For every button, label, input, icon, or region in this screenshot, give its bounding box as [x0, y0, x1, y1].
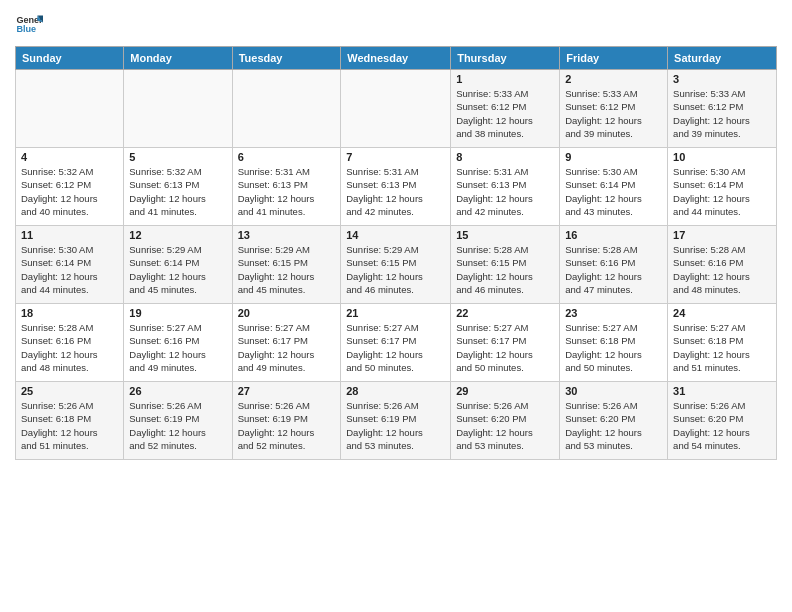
day-info: Sunrise: 5:31 AM Sunset: 6:13 PM Dayligh…: [456, 165, 554, 218]
calendar-day-cell: 2Sunrise: 5:33 AM Sunset: 6:12 PM Daylig…: [560, 70, 668, 148]
calendar-day-cell: 23Sunrise: 5:27 AM Sunset: 6:18 PM Dayli…: [560, 304, 668, 382]
calendar-day-cell: 10Sunrise: 5:30 AM Sunset: 6:14 PM Dayli…: [668, 148, 777, 226]
header: General Blue: [15, 10, 777, 38]
weekday-header-wednesday: Wednesday: [341, 47, 451, 70]
day-number: 5: [129, 151, 226, 163]
weekday-header-thursday: Thursday: [451, 47, 560, 70]
day-number: 21: [346, 307, 445, 319]
generalblue-logo-icon: General Blue: [15, 10, 43, 38]
weekday-header-monday: Monday: [124, 47, 232, 70]
svg-text:Blue: Blue: [16, 24, 36, 34]
day-number: 12: [129, 229, 226, 241]
empty-day-cell: [341, 70, 451, 148]
day-info: Sunrise: 5:30 AM Sunset: 6:14 PM Dayligh…: [673, 165, 771, 218]
day-number: 1: [456, 73, 554, 85]
day-info: Sunrise: 5:26 AM Sunset: 6:19 PM Dayligh…: [238, 399, 336, 452]
calendar-day-cell: 24Sunrise: 5:27 AM Sunset: 6:18 PM Dayli…: [668, 304, 777, 382]
day-number: 4: [21, 151, 118, 163]
calendar-day-cell: 8Sunrise: 5:31 AM Sunset: 6:13 PM Daylig…: [451, 148, 560, 226]
day-info: Sunrise: 5:30 AM Sunset: 6:14 PM Dayligh…: [21, 243, 118, 296]
logo: General Blue: [15, 10, 19, 38]
day-info: Sunrise: 5:26 AM Sunset: 6:18 PM Dayligh…: [21, 399, 118, 452]
day-info: Sunrise: 5:28 AM Sunset: 6:16 PM Dayligh…: [21, 321, 118, 374]
day-number: 7: [346, 151, 445, 163]
day-info: Sunrise: 5:33 AM Sunset: 6:12 PM Dayligh…: [565, 87, 662, 140]
day-number: 26: [129, 385, 226, 397]
calendar-day-cell: 21Sunrise: 5:27 AM Sunset: 6:17 PM Dayli…: [341, 304, 451, 382]
day-info: Sunrise: 5:30 AM Sunset: 6:14 PM Dayligh…: [565, 165, 662, 218]
day-number: 19: [129, 307, 226, 319]
day-number: 20: [238, 307, 336, 319]
day-number: 2: [565, 73, 662, 85]
calendar-day-cell: 25Sunrise: 5:26 AM Sunset: 6:18 PM Dayli…: [16, 382, 124, 460]
empty-day-cell: [124, 70, 232, 148]
day-info: Sunrise: 5:29 AM Sunset: 6:15 PM Dayligh…: [238, 243, 336, 296]
calendar-day-cell: 31Sunrise: 5:26 AM Sunset: 6:20 PM Dayli…: [668, 382, 777, 460]
day-info: Sunrise: 5:29 AM Sunset: 6:15 PM Dayligh…: [346, 243, 445, 296]
day-number: 15: [456, 229, 554, 241]
calendar-day-cell: 6Sunrise: 5:31 AM Sunset: 6:13 PM Daylig…: [232, 148, 341, 226]
calendar-table: SundayMondayTuesdayWednesdayThursdayFrid…: [15, 46, 777, 460]
day-number: 11: [21, 229, 118, 241]
weekday-header-tuesday: Tuesday: [232, 47, 341, 70]
calendar-day-cell: 12Sunrise: 5:29 AM Sunset: 6:14 PM Dayli…: [124, 226, 232, 304]
calendar-week-row: 25Sunrise: 5:26 AM Sunset: 6:18 PM Dayli…: [16, 382, 777, 460]
calendar-week-row: 11Sunrise: 5:30 AM Sunset: 6:14 PM Dayli…: [16, 226, 777, 304]
calendar-day-cell: 27Sunrise: 5:26 AM Sunset: 6:19 PM Dayli…: [232, 382, 341, 460]
day-number: 10: [673, 151, 771, 163]
day-info: Sunrise: 5:31 AM Sunset: 6:13 PM Dayligh…: [346, 165, 445, 218]
calendar-day-cell: 28Sunrise: 5:26 AM Sunset: 6:19 PM Dayli…: [341, 382, 451, 460]
calendar-week-row: 18Sunrise: 5:28 AM Sunset: 6:16 PM Dayli…: [16, 304, 777, 382]
calendar-day-cell: 17Sunrise: 5:28 AM Sunset: 6:16 PM Dayli…: [668, 226, 777, 304]
calendar-week-row: 1Sunrise: 5:33 AM Sunset: 6:12 PM Daylig…: [16, 70, 777, 148]
calendar-day-cell: 1Sunrise: 5:33 AM Sunset: 6:12 PM Daylig…: [451, 70, 560, 148]
calendar-day-cell: 30Sunrise: 5:26 AM Sunset: 6:20 PM Dayli…: [560, 382, 668, 460]
calendar-day-cell: 26Sunrise: 5:26 AM Sunset: 6:19 PM Dayli…: [124, 382, 232, 460]
day-info: Sunrise: 5:32 AM Sunset: 6:12 PM Dayligh…: [21, 165, 118, 218]
weekday-header-friday: Friday: [560, 47, 668, 70]
day-number: 9: [565, 151, 662, 163]
day-info: Sunrise: 5:27 AM Sunset: 6:17 PM Dayligh…: [346, 321, 445, 374]
calendar-day-cell: 16Sunrise: 5:28 AM Sunset: 6:16 PM Dayli…: [560, 226, 668, 304]
day-info: Sunrise: 5:32 AM Sunset: 6:13 PM Dayligh…: [129, 165, 226, 218]
weekday-header-row: SundayMondayTuesdayWednesdayThursdayFrid…: [16, 47, 777, 70]
calendar-day-cell: 7Sunrise: 5:31 AM Sunset: 6:13 PM Daylig…: [341, 148, 451, 226]
day-info: Sunrise: 5:27 AM Sunset: 6:17 PM Dayligh…: [456, 321, 554, 374]
day-number: 18: [21, 307, 118, 319]
day-info: Sunrise: 5:26 AM Sunset: 6:19 PM Dayligh…: [129, 399, 226, 452]
day-info: Sunrise: 5:33 AM Sunset: 6:12 PM Dayligh…: [456, 87, 554, 140]
calendar-day-cell: 18Sunrise: 5:28 AM Sunset: 6:16 PM Dayli…: [16, 304, 124, 382]
day-number: 27: [238, 385, 336, 397]
day-info: Sunrise: 5:26 AM Sunset: 6:20 PM Dayligh…: [456, 399, 554, 452]
day-info: Sunrise: 5:27 AM Sunset: 6:18 PM Dayligh…: [673, 321, 771, 374]
day-info: Sunrise: 5:28 AM Sunset: 6:15 PM Dayligh…: [456, 243, 554, 296]
calendar-day-cell: 13Sunrise: 5:29 AM Sunset: 6:15 PM Dayli…: [232, 226, 341, 304]
day-info: Sunrise: 5:26 AM Sunset: 6:20 PM Dayligh…: [673, 399, 771, 452]
calendar-day-cell: 11Sunrise: 5:30 AM Sunset: 6:14 PM Dayli…: [16, 226, 124, 304]
weekday-header-saturday: Saturday: [668, 47, 777, 70]
day-info: Sunrise: 5:27 AM Sunset: 6:17 PM Dayligh…: [238, 321, 336, 374]
day-number: 22: [456, 307, 554, 319]
day-info: Sunrise: 5:27 AM Sunset: 6:18 PM Dayligh…: [565, 321, 662, 374]
day-info: Sunrise: 5:29 AM Sunset: 6:14 PM Dayligh…: [129, 243, 226, 296]
day-number: 3: [673, 73, 771, 85]
empty-day-cell: [232, 70, 341, 148]
calendar-day-cell: 5Sunrise: 5:32 AM Sunset: 6:13 PM Daylig…: [124, 148, 232, 226]
day-info: Sunrise: 5:26 AM Sunset: 6:20 PM Dayligh…: [565, 399, 662, 452]
day-number: 16: [565, 229, 662, 241]
day-number: 29: [456, 385, 554, 397]
calendar-day-cell: 22Sunrise: 5:27 AM Sunset: 6:17 PM Dayli…: [451, 304, 560, 382]
page: General Blue SundayMondayTuesdayWednesda…: [0, 0, 792, 612]
day-number: 24: [673, 307, 771, 319]
day-info: Sunrise: 5:31 AM Sunset: 6:13 PM Dayligh…: [238, 165, 336, 218]
weekday-header-sunday: Sunday: [16, 47, 124, 70]
calendar-day-cell: 29Sunrise: 5:26 AM Sunset: 6:20 PM Dayli…: [451, 382, 560, 460]
day-number: 23: [565, 307, 662, 319]
calendar-day-cell: 3Sunrise: 5:33 AM Sunset: 6:12 PM Daylig…: [668, 70, 777, 148]
calendar-day-cell: 9Sunrise: 5:30 AM Sunset: 6:14 PM Daylig…: [560, 148, 668, 226]
day-info: Sunrise: 5:26 AM Sunset: 6:19 PM Dayligh…: [346, 399, 445, 452]
calendar-day-cell: 4Sunrise: 5:32 AM Sunset: 6:12 PM Daylig…: [16, 148, 124, 226]
day-info: Sunrise: 5:28 AM Sunset: 6:16 PM Dayligh…: [673, 243, 771, 296]
calendar-week-row: 4Sunrise: 5:32 AM Sunset: 6:12 PM Daylig…: [16, 148, 777, 226]
calendar-day-cell: 19Sunrise: 5:27 AM Sunset: 6:16 PM Dayli…: [124, 304, 232, 382]
